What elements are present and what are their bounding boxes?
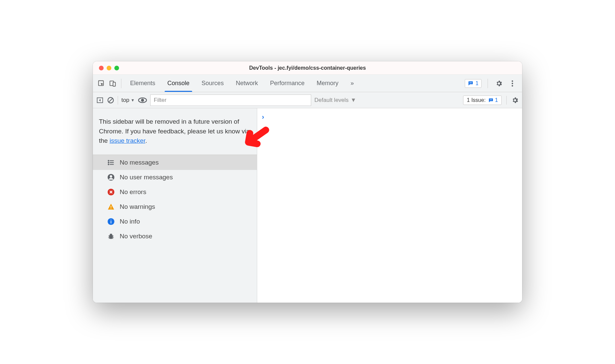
devtools-window: DevTools - jec.fyi/demo/css-container-qu… — [93, 61, 522, 303]
tab-sources[interactable]: Sources — [195, 75, 230, 92]
context-selector[interactable]: top ▼ — [121, 97, 135, 104]
sidebar-item-label: No messages — [120, 159, 159, 166]
dropdown-icon: ▼ — [351, 97, 356, 104]
user-icon — [107, 173, 115, 181]
svg-point-16 — [108, 160, 109, 161]
minimize-window-button[interactable] — [107, 66, 111, 70]
sidebar-deprecation-notice: This sidebar will be removed in a future… — [93, 108, 257, 155]
inspect-element-icon[interactable] — [96, 78, 107, 89]
divider — [118, 96, 118, 105]
device-toggle-icon[interactable] — [107, 78, 118, 89]
more-icon[interactable] — [507, 78, 517, 88]
sidebar-item-label: No user messages — [120, 174, 173, 181]
titlebar: DevTools - jec.fyi/demo/css-container-qu… — [93, 61, 522, 75]
sidebar-item-info[interactable]: No info — [93, 214, 257, 229]
svg-point-5 — [512, 82, 513, 84]
svg-rect-26 — [111, 220, 111, 220]
console-output[interactable]: › — [257, 108, 522, 303]
list-icon — [107, 159, 115, 167]
maximize-window-button[interactable] — [114, 66, 119, 70]
error-icon — [107, 188, 115, 196]
sidebar-item-user-messages[interactable]: No user messages — [93, 170, 257, 185]
issues-button[interactable]: 1 Issue: 1 — [463, 96, 502, 105]
toggle-sidebar-icon[interactable] — [96, 97, 104, 104]
tab-label: Elements — [130, 80, 155, 87]
sidebar-item-messages[interactable]: No messages — [93, 155, 257, 170]
svg-line-9 — [109, 98, 113, 102]
divider — [506, 96, 507, 105]
tab-overflow[interactable]: » — [344, 75, 360, 92]
svg-rect-2 — [113, 82, 115, 86]
svg-point-11 — [141, 99, 144, 102]
sidebar-item-warnings[interactable]: No warnings — [93, 199, 257, 214]
body-area: This sidebar will be removed in a future… — [93, 108, 522, 303]
divider — [488, 79, 488, 88]
window-title: DevTools - jec.fyi/demo/css-container-qu… — [93, 65, 522, 71]
svg-point-6 — [512, 85, 513, 86]
issue-count: 1 — [476, 80, 479, 86]
sidebar-item-label: No info — [120, 218, 140, 225]
notice-text-post: . — [145, 137, 147, 144]
tab-memory[interactable]: Memory — [311, 75, 344, 92]
svg-rect-23 — [111, 208, 111, 209]
close-window-button[interactable] — [99, 66, 104, 70]
sidebar-item-label: No errors — [120, 188, 146, 196]
tabs-container: Elements Console Sources Network Perform… — [124, 75, 360, 92]
sidebar-item-verbose[interactable]: No verbose — [93, 229, 257, 244]
sidebar-item-label: No verbose — [120, 233, 152, 240]
message-icon — [468, 80, 473, 86]
svg-rect-25 — [111, 221, 111, 223]
console-toolbar: top ▼ Default levels ▼ 1 Issue: 1 — [93, 92, 522, 108]
tab-performance[interactable]: Performance — [264, 75, 311, 92]
filter-input[interactable] — [150, 95, 311, 106]
tab-network[interactable]: Network — [230, 75, 264, 92]
sidebar-item-errors[interactable]: No errors — [93, 185, 257, 199]
issues-chip[interactable]: 1 — [465, 79, 482, 88]
tabbar-right: 1 — [465, 78, 519, 88]
svg-rect-22 — [111, 206, 111, 208]
sidebar-item-label: No warnings — [120, 203, 155, 210]
svg-point-4 — [512, 80, 513, 81]
dropdown-icon: ▼ — [131, 98, 135, 103]
tab-console[interactable]: Console — [161, 75, 195, 92]
svg-line-29 — [112, 236, 114, 236]
divider — [121, 79, 121, 88]
svg-point-20 — [110, 175, 112, 177]
clear-console-icon[interactable] — [107, 97, 114, 104]
svg-line-32 — [109, 238, 110, 239]
issues-count: 1 — [495, 97, 498, 103]
sidebar-list: No messages No user messages No errors — [93, 155, 257, 244]
tab-label: Console — [167, 80, 189, 87]
console-settings-icon[interactable] — [511, 97, 519, 104]
tab-label: Performance — [270, 80, 304, 87]
svg-point-17 — [108, 162, 109, 163]
traffic-lights — [93, 66, 119, 70]
main-tabbar: Elements Console Sources Network Perform… — [93, 75, 522, 92]
tab-label: Memory — [317, 80, 338, 87]
live-expression-icon[interactable] — [138, 97, 147, 104]
svg-point-18 — [108, 164, 109, 165]
console-prompt-icon: › — [262, 113, 264, 121]
svg-line-33 — [112, 238, 113, 239]
issue-tracker-link[interactable]: issue tracker — [110, 137, 146, 144]
context-label: top — [121, 97, 129, 104]
settings-icon[interactable] — [494, 78, 504, 88]
svg-line-28 — [109, 236, 110, 236]
console-sidebar: This sidebar will be removed in a future… — [93, 108, 257, 303]
log-level-selector[interactable]: Default levels ▼ — [315, 97, 356, 104]
issues-label: 1 Issue: — [467, 97, 486, 103]
tab-label: Network — [236, 80, 258, 87]
info-icon — [107, 218, 115, 226]
tab-elements[interactable]: Elements — [124, 75, 161, 92]
svg-rect-3 — [469, 82, 472, 83]
tab-label: Sources — [202, 80, 224, 87]
levels-label: Default levels — [315, 97, 349, 104]
warning-icon — [107, 203, 115, 211]
svg-rect-12 — [490, 100, 492, 100]
issues-chip: 1 — [488, 97, 498, 103]
overflow-icon: » — [350, 80, 354, 87]
bug-icon — [107, 232, 115, 240]
